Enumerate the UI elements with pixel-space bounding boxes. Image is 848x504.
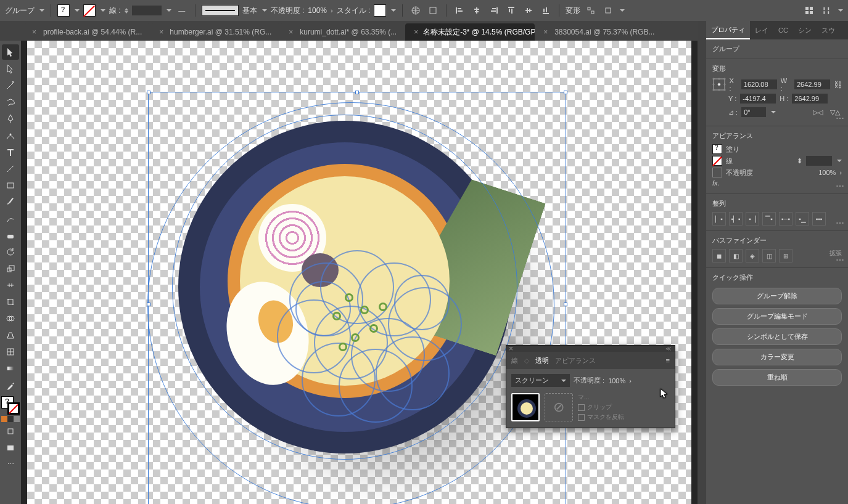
- mesh-tool[interactable]: [2, 344, 19, 359]
- transform-label[interactable]: 変形: [566, 6, 580, 16]
- y-input[interactable]: [740, 94, 776, 104]
- more-options-icon[interactable]: ⋯: [836, 113, 844, 123]
- w-input[interactable]: [794, 79, 830, 89]
- stroke-weight-input[interactable]: [806, 156, 832, 166]
- align-vcenter-icon[interactable]: ▪─▪: [779, 212, 792, 226]
- edit-toolbar-icon[interactable]: ⋯: [2, 457, 19, 472]
- arrange-icon[interactable]: ╏╏: [820, 4, 833, 17]
- essentials-icon[interactable]: [802, 4, 816, 17]
- link-icon[interactable]: ⛓: [834, 80, 842, 89]
- x-input[interactable]: [741, 79, 777, 89]
- recolor-button[interactable]: カラー変更: [712, 349, 842, 365]
- panel-menu-icon[interactable]: ≡: [666, 357, 670, 364]
- fx-button[interactable]: fx.: [712, 179, 720, 187]
- document-setup-icon[interactable]: [426, 4, 440, 17]
- collapsed-panel-strip[interactable]: [698, 21, 706, 504]
- shaper-tool[interactable]: [2, 211, 19, 226]
- tab-properties[interactable]: プロパティ: [706, 21, 750, 39]
- selection-tool[interactable]: [2, 44, 19, 60]
- stroke-swatch[interactable]: [83, 4, 96, 17]
- direct-selection-tool[interactable]: [2, 61, 19, 76]
- align-left-icon[interactable]: [453, 4, 466, 17]
- close-icon[interactable]: ×: [543, 28, 550, 36]
- transform-each-icon[interactable]: [584, 4, 598, 17]
- divide-icon[interactable]: ⊞: [779, 249, 792, 262]
- distribute-icon[interactable]: ▪▪▪: [812, 212, 826, 226]
- scale-tool[interactable]: [2, 261, 19, 276]
- blend-mode-select[interactable]: スクリーン: [511, 374, 570, 387]
- document-tab[interactable]: ×humberger.ai @ 31.51% (RG...: [150, 23, 280, 41]
- opacity-popup-icon[interactable]: ›: [629, 377, 632, 384]
- align-bottom-icon[interactable]: ▪▁: [796, 212, 809, 226]
- shape-builder-tool[interactable]: [2, 311, 19, 326]
- rectangle-tool[interactable]: [2, 177, 19, 193]
- align-top-icon[interactable]: ▔▪: [762, 212, 776, 226]
- arrange-button[interactable]: 重ね順: [712, 369, 842, 386]
- fill-stroke-indicator[interactable]: [1, 396, 20, 415]
- document-tab[interactable]: ×profile-back.ai @ 54.44% (R...: [23, 23, 150, 41]
- type-tool[interactable]: [2, 144, 19, 160]
- lasso-tool[interactable]: [2, 94, 19, 110]
- intersect-icon[interactable]: ◈: [746, 249, 759, 262]
- opacity-value[interactable]: 100%: [818, 169, 836, 176]
- stroke-weight-stepper[interactable]: ⬍: [797, 157, 802, 165]
- tab-stroke[interactable]: 線: [511, 356, 518, 365]
- isolate-group-button[interactable]: グループ編集モード: [712, 308, 842, 325]
- color-mode-row[interactable]: [1, 416, 20, 422]
- align-hcenter-icon[interactable]: [470, 4, 484, 17]
- align-left-icon[interactable]: ▏▪: [712, 212, 726, 226]
- free-transform-tool[interactable]: [2, 294, 19, 309]
- stroke-swatch[interactable]: [712, 156, 722, 166]
- eyedropper-tool[interactable]: [2, 377, 19, 392]
- tab-swatches[interactable]: スウ: [817, 21, 840, 39]
- ungroup-button[interactable]: グループ解除: [712, 288, 842, 304]
- close-icon[interactable]: ×: [289, 28, 295, 36]
- unite-icon[interactable]: ◼: [712, 249, 726, 262]
- close-icon[interactable]: ×: [414, 28, 418, 36]
- tab-cc[interactable]: CC: [773, 21, 793, 39]
- angle-input[interactable]: [741, 107, 766, 117]
- perspective-tool[interactable]: [2, 327, 19, 343]
- make-mask-label[interactable]: マ...: [578, 393, 589, 402]
- flip-h-icon[interactable]: ▷◁: [811, 105, 825, 119]
- style-swatch[interactable]: [374, 4, 386, 17]
- align-top-icon[interactable]: [504, 4, 518, 17]
- tab-appearance[interactable]: アピアランス: [555, 356, 596, 365]
- document-tab[interactable]: ×3830054.ai @ 75.37% (RGB...: [535, 23, 663, 41]
- tab-layers[interactable]: レイ: [750, 21, 773, 39]
- more-options-icon[interactable]: ⋯: [836, 255, 844, 265]
- opacity-value[interactable]: 100%: [608, 377, 625, 384]
- more-options-icon[interactable]: ⋯: [836, 181, 844, 191]
- align-right-icon[interactable]: [487, 4, 501, 17]
- globe-icon[interactable]: [409, 4, 422, 17]
- uniform-stroke-icon[interactable]: —: [175, 4, 189, 17]
- eraser-tool[interactable]: [2, 227, 19, 243]
- close-icon[interactable]: ×: [159, 28, 165, 36]
- align-bottom-icon[interactable]: [539, 4, 553, 17]
- document-tab[interactable]: ×名称未設定-3* @ 14.5% (RGB/GPU プレビュー): [405, 23, 535, 41]
- fill-swatch[interactable]: ?: [712, 144, 722, 154]
- align-right-icon[interactable]: ▪▕: [746, 212, 759, 226]
- more-options-icon[interactable]: ⋯: [836, 218, 844, 228]
- clip-checkbox[interactable]: [578, 404, 585, 411]
- opacity-value[interactable]: 100%: [308, 6, 327, 15]
- paintbrush-tool[interactable]: [2, 194, 19, 209]
- h-input[interactable]: [792, 94, 828, 104]
- draw-mode-icon[interactable]: [2, 423, 19, 439]
- tab-symbols[interactable]: シン: [793, 21, 817, 39]
- opacity-popup-icon[interactable]: ›: [331, 7, 333, 14]
- curvature-tool[interactable]: [2, 128, 19, 143]
- pen-tool[interactable]: [2, 111, 19, 126]
- mask-thumbnail[interactable]: ⊘: [545, 393, 573, 421]
- opacity-swatch[interactable]: [712, 168, 722, 177]
- width-tool[interactable]: [2, 277, 19, 293]
- brush-preview[interactable]: [202, 5, 239, 16]
- isolate-icon[interactable]: [601, 4, 615, 17]
- gradient-tool[interactable]: [2, 360, 19, 376]
- canvas-area[interactable]: [21, 41, 698, 504]
- chevron-down-icon[interactable]: [39, 9, 44, 12]
- close-icon[interactable]: ×: [509, 344, 513, 353]
- tab-transparency[interactable]: 透明: [535, 356, 549, 365]
- minus-front-icon[interactable]: ◧: [729, 249, 743, 262]
- screen-mode-icon[interactable]: [2, 440, 19, 455]
